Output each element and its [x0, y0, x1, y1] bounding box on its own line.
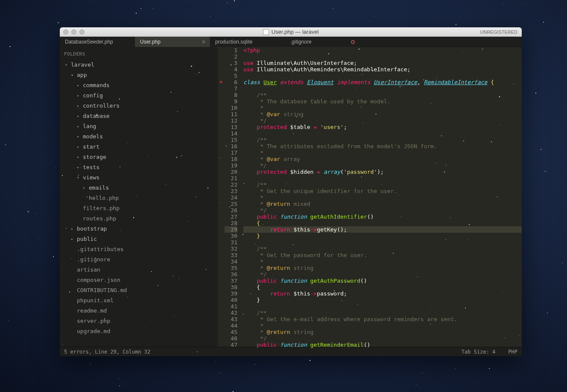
file-hello-php[interactable]: hello.php: [60, 193, 218, 203]
code-line[interactable]: *: [243, 258, 522, 265]
code-line[interactable]: * Get the e-mail address where password …: [243, 316, 522, 322]
code-line[interactable]: * @return string: [243, 329, 522, 335]
file-artisan[interactable]: artisan: [60, 264, 218, 275]
folder-config[interactable]: ▸config: [60, 90, 218, 100]
code-line[interactable]: * @var string: [243, 111, 522, 117]
folder-models[interactable]: ▸models: [60, 131, 218, 141]
token: [243, 181, 257, 188]
file-phpunit-xml[interactable]: phpunit.xml: [60, 295, 218, 305]
code-line[interactable]: public function getAuthPassword(): [243, 278, 522, 284]
code-line[interactable]: public function getReminderEmail(): [243, 342, 522, 348]
tree-item-label: artisan: [77, 266, 100, 273]
code-line[interactable]: class User extends Eloquent implements U…: [243, 79, 522, 85]
gutter-marker: [218, 188, 225, 194]
tab-close-icon[interactable]: ×: [202, 38, 205, 45]
folder-bootstrap[interactable]: ▸bootstrap: [60, 223, 218, 234]
folder-laravel[interactable]: ▾laravel: [60, 59, 218, 70]
token: [243, 111, 257, 117]
code-editor[interactable]: ✖ 12345678910111213141516171819202122232…: [218, 47, 522, 347]
code-line[interactable]: }: [243, 233, 522, 239]
token: @return: [267, 329, 290, 335]
code-line[interactable]: [243, 175, 522, 181]
folder-storage[interactable]: ▸storage: [60, 152, 218, 162]
folder-lang[interactable]: ▸lang: [60, 121, 218, 131]
code-line[interactable]: /**: [243, 92, 522, 98]
folder-database[interactable]: ▸database: [60, 111, 218, 121]
code-line[interactable]: {: [243, 284, 522, 290]
folder-tests[interactable]: ▸tests: [60, 162, 218, 172]
line-number: 12: [225, 117, 237, 124]
code-line[interactable]: *: [243, 322, 522, 329]
sidebar-header: FOLDERS: [60, 50, 218, 59]
folder-controllers[interactable]: ▸controllers: [60, 100, 218, 111]
tab-production-sqlite[interactable]: production.sqlite: [210, 37, 285, 47]
error-marker-icon: ✖: [218, 79, 225, 85]
code-line[interactable]: *: [243, 149, 522, 156]
token: [243, 117, 257, 124]
code-area[interactable]: <?phpuse Illuminate\Auth\UserInterface;u…: [242, 47, 522, 347]
code-line[interactable]: */: [243, 271, 522, 278]
code-line[interactable]: *: [243, 194, 522, 201]
gutter-marker: [218, 92, 225, 98]
file-server-php[interactable]: server.php: [60, 316, 218, 326]
code-line[interactable]: /**: [243, 310, 522, 316]
folder-start[interactable]: ▸start: [60, 141, 218, 152]
file-upgrade-md[interactable]: upgrade.md: [60, 326, 218, 336]
code-line[interactable]: [243, 130, 522, 137]
code-line[interactable]: * Get the unique identifier for the user…: [243, 188, 522, 194]
file-readme-md[interactable]: readme.md: [60, 305, 218, 316]
code-line[interactable]: protected $hidden = array('password');: [243, 169, 522, 175]
code-line[interactable]: */: [243, 207, 522, 214]
folder-views[interactable]: ▾views: [60, 172, 218, 182]
code-line[interactable]: return $this->getKey();: [243, 226, 522, 233]
code-line[interactable]: }: [243, 297, 522, 303]
gutter-marker: [218, 278, 225, 284]
file--gitattributes[interactable]: .gitattributes: [60, 244, 218, 254]
file-routes-php[interactable]: routes.php: [60, 213, 218, 223]
code-line[interactable]: [243, 239, 522, 246]
token: */: [257, 207, 266, 214]
code-line[interactable]: [243, 303, 522, 310]
code-line[interactable]: * Get the password for the user.: [243, 252, 522, 258]
code-line[interactable]: * The database table used by the model.: [243, 98, 522, 105]
code-line[interactable]: *: [243, 105, 522, 111]
code-line[interactable]: * @return string: [243, 265, 522, 271]
code-line[interactable]: use Illuminate\Auth\UserInterface;: [243, 60, 522, 66]
file-composer-json[interactable]: composer.json: [60, 275, 218, 285]
token: [277, 342, 280, 348]
code-line[interactable]: [243, 85, 522, 92]
file--gitignore[interactable]: .gitignore: [60, 254, 218, 264]
tree-item-label: app: [77, 72, 87, 78]
code-line[interactable]: */: [243, 162, 522, 169]
folder-commands[interactable]: ▸commands: [60, 80, 218, 90]
code-line[interactable]: * @var array: [243, 156, 522, 162]
titlebar[interactable]: User.php — laravel UNREGISTERED: [60, 27, 522, 37]
code-line[interactable]: return $this->password;: [243, 290, 522, 297]
tree-item-label: CONTRIBUTING.md: [77, 287, 127, 293]
code-line[interactable]: */: [243, 117, 522, 124]
file-CONTRIBUTING-md[interactable]: CONTRIBUTING.md: [60, 285, 218, 295]
token: [243, 278, 257, 284]
status-lang[interactable]: PHP: [508, 349, 517, 355]
tab-DatabaseSeeder-php[interactable]: DatabaseSeeder.php: [60, 37, 135, 47]
code-line[interactable]: * @return mixed: [243, 201, 522, 207]
file-filters-php[interactable]: filters.php: [60, 203, 218, 213]
tab--gitignore[interactable]: .gitignore: [285, 37, 360, 47]
tab-User-php[interactable]: User.php×: [135, 37, 210, 47]
code-line[interactable]: public function getAuthIdentifier(): [243, 214, 522, 220]
status-left[interactable]: 5 errors, Line 29, Column 32: [64, 349, 150, 355]
status-tabsize[interactable]: Tab Size: 4: [462, 349, 495, 355]
code-line[interactable]: protected $table = 'users';: [243, 124, 522, 130]
folder-public[interactable]: ▸public: [60, 234, 218, 244]
code-line[interactable]: {: [243, 220, 522, 226]
folder-app[interactable]: ▾app: [60, 70, 218, 80]
code-line[interactable]: * The attributes excluded from the model…: [243, 143, 522, 149]
code-line[interactable]: */: [243, 335, 522, 342]
code-line[interactable]: <?php: [243, 47, 522, 53]
folder-emails[interactable]: ▸emails: [60, 182, 218, 193]
code-line[interactable]: /**: [243, 246, 522, 252]
code-line[interactable]: /**: [243, 137, 522, 143]
code-line[interactable]: /**: [243, 181, 522, 188]
code-line[interactable]: use Illuminate\Auth\Reminders\Remindable…: [243, 66, 522, 73]
code-line[interactable]: [243, 53, 522, 60]
